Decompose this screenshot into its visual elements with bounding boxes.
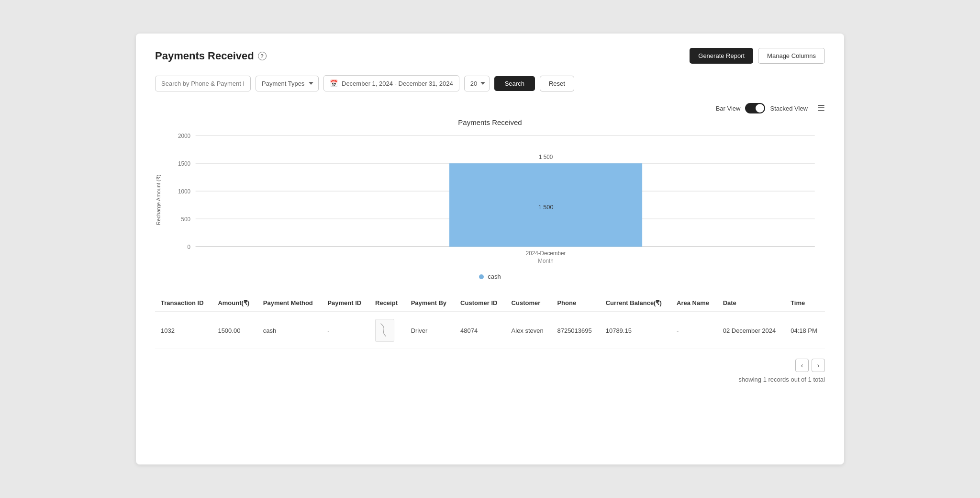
chart-area: Recharge Amount (₹) 2000 1500 1000 500 0: [155, 130, 825, 269]
cell-time: 04:18 PM: [785, 312, 825, 349]
cell-area-name: -: [671, 312, 717, 349]
cell-phone: 8725013695: [551, 312, 600, 349]
search-button[interactable]: Search: [494, 76, 535, 91]
filter-bar: Payment Types 📅 December 1, 2024 - Decem…: [155, 75, 825, 91]
cell-payment-by: Driver: [405, 312, 455, 349]
cell-current-balance: 10789.15: [600, 312, 671, 349]
cell-customer: Alex steven: [506, 312, 552, 349]
table-header-row: Transaction ID Amount(₹) Payment Method …: [155, 294, 825, 312]
col-payment-id: Payment ID: [322, 294, 369, 312]
col-customer: Customer: [506, 294, 552, 312]
svg-text:1 500: 1 500: [538, 204, 554, 211]
help-icon[interactable]: ?: [258, 52, 267, 60]
cell-customer-id: 48074: [455, 312, 505, 349]
date-range-value: December 1, 2024 - December 31, 2024: [342, 80, 453, 87]
cell-payment-method: cash: [257, 312, 322, 349]
receipt-thumbnail[interactable]: [375, 319, 394, 342]
col-customer-id: Customer ID: [455, 294, 505, 312]
col-receipt: Receipt: [369, 294, 405, 312]
date-range-picker[interactable]: 📅 December 1, 2024 - December 31, 2024: [323, 75, 459, 91]
records-info: showing 1 records out of 1 total: [155, 376, 825, 383]
legend-dot-cash: [479, 274, 484, 279]
prev-page-button[interactable]: ‹: [795, 359, 809, 372]
next-page-button[interactable]: ›: [812, 359, 825, 372]
payment-types-select[interactable]: Payment Types: [256, 76, 319, 91]
page-header: Payments Received ? Generate Report Mana…: [155, 48, 825, 64]
svg-text:2024-December: 2024-December: [526, 250, 566, 257]
col-amount: Amount(₹): [212, 294, 257, 312]
col-area-name: Area Name: [671, 294, 717, 312]
manage-columns-button[interactable]: Manage Columns: [758, 48, 825, 64]
svg-text:500: 500: [181, 215, 191, 222]
cell-date: 02 December 2024: [717, 312, 785, 349]
calendar-icon: 📅: [330, 79, 338, 87]
chart-section: Bar View Stacked View ☰ Payments Receive…: [155, 103, 825, 280]
col-time: Time: [785, 294, 825, 312]
chart-view-controls: Bar View Stacked View ☰: [155, 103, 825, 113]
col-payment-method: Payment Method: [257, 294, 322, 312]
chart-title: Payments Received: [155, 118, 825, 126]
svg-text:1000: 1000: [178, 188, 190, 194]
page-container: Payments Received ? Generate Report Mana…: [136, 34, 844, 464]
legend-label-cash: cash: [488, 273, 501, 280]
reset-button[interactable]: Reset: [540, 76, 574, 91]
chart-legend: cash: [155, 273, 825, 280]
chart-inner: 2000 1500 1000 500 0 1 500 1 500 2024-De…: [165, 130, 825, 269]
col-transaction-id: Transaction ID: [155, 294, 212, 312]
cell-payment-id: -: [322, 312, 369, 349]
generate-report-button[interactable]: Generate Report: [690, 48, 753, 64]
col-payment-by: Payment By: [405, 294, 455, 312]
cell-transaction-id: 1032: [155, 312, 212, 349]
page-title: Payments Received: [155, 50, 254, 62]
title-group: Payments Received ?: [155, 50, 267, 62]
col-phone: Phone: [551, 294, 600, 312]
svg-text:1 500: 1 500: [539, 154, 553, 160]
chart-svg: 2000 1500 1000 500 0 1 500 1 500 2024-De…: [165, 130, 825, 269]
stacked-view-label: Stacked View: [770, 105, 808, 112]
svg-text:0: 0: [188, 243, 191, 250]
svg-text:Month: Month: [538, 257, 553, 264]
bar-view-label: Bar View: [716, 105, 741, 112]
page-size-select[interactable]: 20: [464, 76, 490, 91]
y-axis-label: Recharge Amount (₹): [155, 130, 161, 269]
col-date: Date: [717, 294, 785, 312]
toggle-knob: [756, 104, 764, 113]
data-table: Transaction ID Amount(₹) Payment Method …: [155, 294, 825, 349]
pagination-row: ‹ ›: [155, 359, 825, 372]
search-input[interactable]: [155, 76, 251, 91]
view-toggle[interactable]: [745, 103, 765, 113]
cell-amount: 1500.00: [212, 312, 257, 349]
svg-text:1500: 1500: [178, 160, 190, 167]
col-current-balance: Current Balance(₹): [600, 294, 671, 312]
chart-menu-icon[interactable]: ☰: [817, 103, 825, 113]
header-buttons: Generate Report Manage Columns: [690, 48, 825, 64]
table-row: 1032 1500.00 cash - Driver 48074 Alex st…: [155, 312, 825, 349]
svg-text:2000: 2000: [178, 132, 190, 139]
cell-receipt: [369, 312, 405, 349]
